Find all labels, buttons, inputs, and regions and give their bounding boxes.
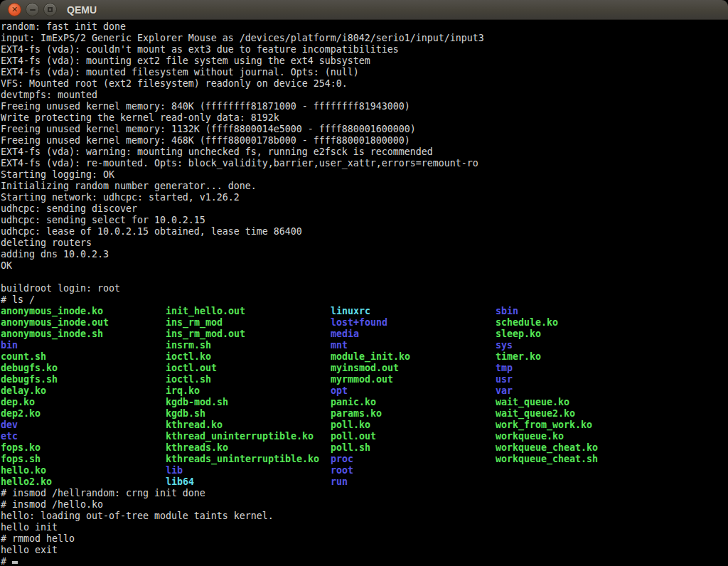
- console-line: Freeing unused kernel memory: 840K (ffff…: [1, 101, 728, 112]
- file-entry: dep.ko: [1, 397, 166, 408]
- file-entry: fops.sh: [1, 454, 166, 465]
- file-entry: tmp: [496, 363, 660, 374]
- terminal-cursor: [12, 561, 18, 564]
- console-line: [1, 272, 728, 283]
- qemu-window: ✕ QEMU random: fast init doneinput: ImEx…: [0, 0, 728, 566]
- file-entry: etc: [1, 431, 166, 442]
- file-entry: mnt: [331, 340, 496, 351]
- prompt-line: #: [1, 556, 728, 566]
- file-entry: wait_queue.ko: [496, 397, 660, 408]
- console-line: hello exit: [1, 545, 728, 556]
- file-entry: sleep.ko: [496, 329, 660, 340]
- console-line: OK: [1, 260, 728, 272]
- file-entry: workqueue_cheat.ko: [496, 442, 660, 454]
- file-entry: var: [496, 385, 660, 397]
- maximize-icon: [48, 7, 53, 12]
- console-line: EXT4-fs (vda): mounted filesystem withou…: [1, 67, 728, 78]
- file-entry: ioctl.out: [166, 363, 331, 374]
- console-line: # insmod /hellrandom: crng init done: [1, 488, 728, 499]
- file-entry: kthread_uninterruptible.ko: [166, 431, 331, 442]
- close-button[interactable]: ✕: [8, 3, 21, 16]
- file-entry: proc: [331, 454, 496, 465]
- ls-output-row: debugfs.koioctl.outmyinsmod.outtmp: [1, 363, 728, 374]
- file-entry: opt: [331, 385, 496, 397]
- console-line: hello init: [1, 522, 728, 533]
- console-line: deleting routers: [1, 237, 728, 249]
- file-entry: count.sh: [1, 351, 166, 363]
- close-icon: ✕: [11, 6, 18, 14]
- file-entry: kthreads_uninterruptible.ko: [166, 454, 331, 465]
- file-entry: anonymous_inode.sh: [1, 329, 166, 340]
- file-entry: ioctl.ko: [166, 351, 331, 363]
- file-entry: workqueue_cheat.sh: [496, 454, 660, 465]
- file-entry: kthreads.ko: [166, 442, 331, 454]
- file-entry: media: [331, 329, 496, 340]
- console-line: udhcpc: sending select for 10.0.2.15: [1, 215, 728, 226]
- file-entry: myinsmod.out: [331, 363, 496, 374]
- file-entry: poll.sh: [331, 442, 496, 454]
- ls-output-row: devkthread.kopoll.kowork_from_work.ko: [1, 420, 728, 431]
- ls-output-row: dep2.kokgdb.shparams.kowait_queue2.ko: [1, 408, 728, 420]
- file-entry: hello2.ko: [1, 476, 166, 488]
- ls-output-row: debugfs.shioctl.shmyrmmod.outusr: [1, 374, 728, 385]
- file-entry: insrm.sh: [166, 340, 331, 351]
- file-entry: anonymous_inode.ko: [1, 306, 166, 317]
- file-entry: params.ko: [331, 408, 496, 420]
- ls-output-row: anonymous_inode.shins_rm_mod.outmediasle…: [1, 329, 728, 340]
- titlebar[interactable]: ✕ QEMU: [0, 0, 728, 20]
- file-entry: schedule.ko: [496, 317, 660, 329]
- file-entry: ins_rm_mod: [166, 317, 331, 329]
- console-line: Freeing unused kernel memory: 468K (ffff…: [1, 135, 728, 146]
- file-entry: ioctl.sh: [166, 374, 331, 385]
- console-line: EXT4-fs (vda): couldn't mount as ext3 du…: [1, 44, 728, 55]
- ls-output-row: anonymous_inode.koinit_hello.outlinuxrcs…: [1, 306, 728, 317]
- console-line: devtmpfs: mounted: [1, 90, 728, 101]
- file-entry: sbin: [496, 306, 660, 317]
- file-entry: usr: [496, 374, 660, 385]
- console-line: VFS: Mounted root (ext2 filesystem) read…: [1, 78, 728, 90]
- console-line: hello: loading out-of-tree module taints…: [1, 511, 728, 522]
- file-entry: bin: [1, 340, 166, 351]
- console-line: udhcpc: lease of 10.0.2.15 obtained, lea…: [1, 226, 728, 237]
- console-line: # ls /: [1, 294, 728, 306]
- file-entry: panic.ko: [331, 397, 496, 408]
- file-entry: debugfs.ko: [1, 363, 166, 374]
- file-entry: root: [331, 465, 496, 476]
- file-entry: fops.ko: [1, 442, 166, 454]
- console-line: buildroot login: root: [1, 283, 728, 294]
- file-entry: linuxrc: [331, 306, 496, 317]
- console-line: # rmmod hello: [1, 533, 728, 545]
- maximize-button[interactable]: [43, 3, 57, 16]
- file-entry: kgdb.sh: [166, 408, 331, 420]
- file-entry: dep2.ko: [1, 408, 166, 420]
- file-entry: dev: [1, 420, 166, 431]
- file-entry: kthread.ko: [166, 420, 331, 431]
- console-line: EXT4-fs (vda): mounting ext2 file system…: [1, 55, 728, 67]
- minimize-button[interactable]: [26, 3, 39, 16]
- file-entry: module_init.ko: [331, 351, 496, 363]
- console-line: adding dns 10.0.2.3: [1, 249, 728, 260]
- file-entry: hello.ko: [1, 465, 166, 476]
- file-entry: myrmmod.out: [331, 374, 496, 385]
- ls-output-row: dep.kokgdb-mod.shpanic.kowait_queue.ko: [1, 397, 728, 408]
- console-line: EXT4-fs (vda): warning: mounting uncheck…: [1, 146, 728, 158]
- file-entry: timer.ko: [496, 351, 660, 363]
- console-line: Freeing unused kernel memory: 1132K (fff…: [1, 124, 728, 135]
- file-entry: ins_rm_mod.out: [166, 329, 331, 340]
- console-line: Initializing random number generator... …: [1, 181, 728, 192]
- ls-output-row: etckthread_uninterruptible.kopoll.outwor…: [1, 431, 728, 442]
- console-line: Write protecting the kernel read-only da…: [1, 112, 728, 124]
- file-entry: run: [331, 476, 496, 488]
- file-entry: lib64: [166, 476, 331, 488]
- file-entry: poll.out: [331, 431, 496, 442]
- file-entry: anonymous_inode.out: [1, 317, 166, 329]
- file-entry: work_from_work.ko: [496, 420, 660, 431]
- console-line: Starting logging: OK: [1, 169, 728, 181]
- file-entry: wait_queue2.ko: [496, 408, 660, 420]
- terminal-console[interactable]: random: fast init doneinput: ImExPS/2 Ge…: [0, 20, 728, 566]
- file-entry: lost+found: [331, 317, 496, 329]
- file-entry: lib: [166, 465, 331, 476]
- ls-output-row: fops.shkthreads_uninterruptible.koprocwo…: [1, 454, 728, 465]
- console-line: udhcpc: sending discover: [1, 203, 728, 215]
- file-entry: init_hello.out: [166, 306, 331, 317]
